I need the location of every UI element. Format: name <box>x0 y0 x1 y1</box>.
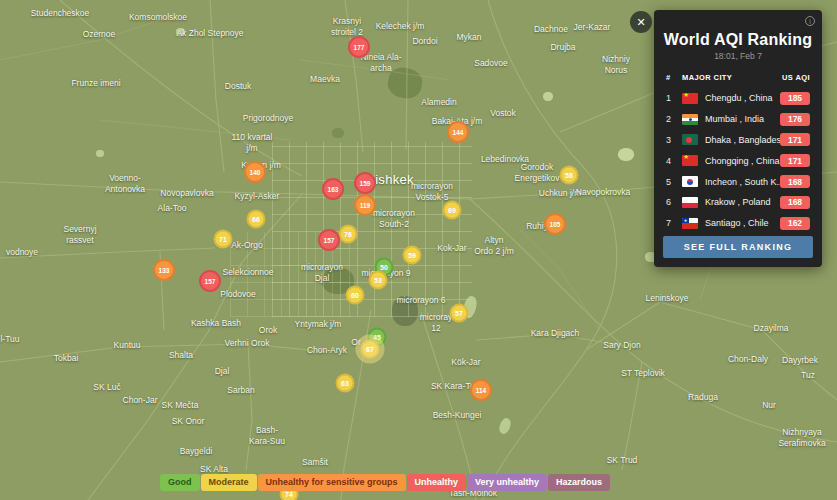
ranking-row[interactable]: 1Chengdu , China185 <box>654 88 822 109</box>
ranking-row[interactable]: 4Chongqing , China171 <box>654 150 822 171</box>
ranking-rows: 1Chengdu , China1852Mumbai , India1763Dh… <box>654 88 822 234</box>
aqi-marker[interactable]: 159 <box>354 172 376 194</box>
aqi-marker[interactable]: 133 <box>153 259 175 281</box>
aqi-marker[interactable]: 177 <box>348 36 370 58</box>
city-name: Chengdu , China <box>705 93 780 103</box>
panel-timestamp: 18:01, Feb 7 <box>654 51 822 61</box>
cn-flag-icon <box>682 155 698 166</box>
rank-number: 3 <box>666 135 682 145</box>
legend-item-moderate: Moderate <box>201 474 257 491</box>
aqi-column-header: US AQI <box>782 73 810 82</box>
city-name: Santiago , Chile <box>705 218 780 228</box>
rank-number: 4 <box>666 156 682 166</box>
aqi-marker[interactable]: 105 <box>544 213 566 235</box>
see-full-ranking-button[interactable]: SEE FULL RANKING <box>663 236 813 258</box>
pl-flag-icon <box>682 197 698 208</box>
rank-number: 6 <box>666 197 682 207</box>
cl-flag-icon <box>682 218 698 229</box>
aqi-marker[interactable]: 76 <box>339 225 358 244</box>
aqi-marker[interactable]: 119 <box>354 194 376 216</box>
ranking-row[interactable]: 7Santiago , Chile162 <box>654 213 822 234</box>
bd-flag-icon <box>682 134 698 145</box>
ranking-header: # MAJOR CITY US AQI <box>654 73 822 82</box>
close-icon: ✕ <box>636 16 645 29</box>
legend-item-usg: Unhealthy for sensitive groups <box>258 474 406 491</box>
aqi-badge: 171 <box>780 154 810 167</box>
city-column-header: MAJOR CITY <box>682 73 782 82</box>
aqi-badge: 162 <box>780 217 810 230</box>
panel-title: World AQI Ranking <box>660 31 816 49</box>
city-name: Chongqing , China <box>705 156 780 166</box>
legend-item-good: Good <box>160 474 200 491</box>
close-button[interactable]: ✕ <box>630 11 652 33</box>
aqi-marker[interactable]: 140 <box>244 161 266 183</box>
aqi-marker[interactable]: 57 <box>450 304 469 323</box>
city-name: Mumbai , India <box>705 114 780 124</box>
aqi-badge: 168 <box>780 196 810 209</box>
aqi-legend: GoodModerateUnhealthy for sensitive grou… <box>160 474 610 491</box>
legend-item-very_unhealthy: Very unhealthy <box>467 474 547 491</box>
aqi-marker[interactable]: 163 <box>322 178 344 200</box>
ranking-row[interactable]: 6Krakow , Poland168 <box>654 192 822 213</box>
rank-number: 2 <box>666 114 682 124</box>
legend-item-unhealthy: Unhealthy <box>407 474 467 491</box>
ranking-row[interactable]: 5Incheon , South K...168 <box>654 171 822 192</box>
aqi-marker[interactable]: 69 <box>443 201 462 220</box>
map-canvas[interactable]: StudencheskoeKomsomolskoeOzernoeAk Zhol … <box>0 0 837 500</box>
aqi-badge: 171 <box>780 133 810 146</box>
city-name: Krakow , Poland <box>705 197 780 207</box>
aqi-marker[interactable]: 58 <box>560 166 579 185</box>
aqi-marker[interactable]: 114 <box>470 379 492 401</box>
info-icon[interactable]: i <box>805 16 815 26</box>
rank-number: 7 <box>666 218 682 228</box>
aqi-marker[interactable]: 63 <box>336 374 355 393</box>
rank-number: 1 <box>666 93 682 103</box>
ranking-row[interactable]: 2Mumbai , India176 <box>654 109 822 130</box>
rank-number: 5 <box>666 177 682 187</box>
aqi-badge: 168 <box>780 175 810 188</box>
aqi-marker[interactable]: 66 <box>247 210 266 229</box>
legend-item-hazardous: Hazardous <box>548 474 610 491</box>
rank-column-header: # <box>666 73 682 82</box>
kr-flag-icon <box>682 176 698 187</box>
aqi-marker[interactable]: 60 <box>346 286 365 305</box>
aqi-badge: 185 <box>780 92 810 105</box>
world-aqi-ranking-panel: i World AQI Ranking 18:01, Feb 7 # MAJOR… <box>654 10 822 267</box>
ranking-row[interactable]: 3Dhaka , Bangladesh171 <box>654 130 822 151</box>
aqi-marker[interactable]: 71 <box>214 230 233 249</box>
aqi-marker[interactable]: 157 <box>318 229 340 251</box>
city-name: Incheon , South K... <box>705 177 780 187</box>
aqi-marker[interactable]: 157 <box>199 270 221 292</box>
aqi-marker[interactable]: 67 <box>361 340 380 359</box>
aqi-marker[interactable]: 144 <box>447 121 469 143</box>
city-name: Dhaka , Bangladesh <box>705 135 780 145</box>
aqi-marker[interactable]: 53 <box>369 271 388 290</box>
in-flag-icon <box>682 114 698 125</box>
aqi-badge: 176 <box>780 113 810 126</box>
aqi-marker[interactable]: 59 <box>403 246 422 265</box>
cn-flag-icon <box>682 93 698 104</box>
